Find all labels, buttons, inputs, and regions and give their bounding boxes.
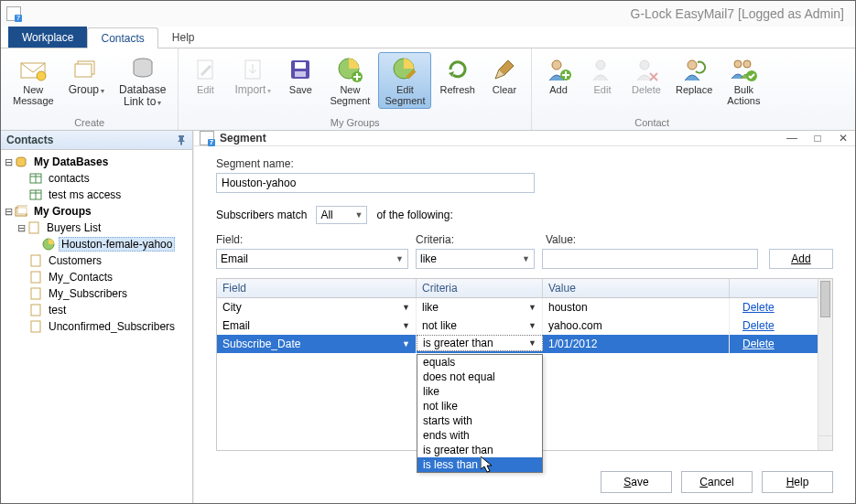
database-link-button[interactable]: Database Link to▾ [113, 52, 172, 111]
ribbon-group-create: New Message Group▾ Database Link to▾ Cre… [1, 48, 179, 130]
group-icon [71, 55, 101, 84]
criteria-option[interactable]: ends with [417, 428, 542, 443]
svg-rect-35 [31, 255, 40, 266]
svg-rect-32 [17, 206, 27, 214]
match-select[interactable]: All▼ [316, 206, 367, 224]
replace-contact-button[interactable]: Replace [669, 52, 719, 98]
segment-cancel-button[interactable]: Cancel [681, 471, 753, 493]
chevron-down-icon[interactable]: ▼ [528, 338, 536, 348]
tree-segment-selected[interactable]: Houston-female-yahoo [3, 236, 190, 252]
criteria-dropdown[interactable]: equals does not equal like not like star… [417, 354, 543, 473]
clear-button[interactable]: Clear [483, 52, 526, 98]
grid-header-criteria[interactable]: Criteria [417, 279, 543, 297]
contacts-tree[interactable]: ⊟ My DataBases contacts test ms access ⊟… [1, 150, 192, 503]
grid-header-field[interactable]: Field [217, 279, 417, 297]
refresh-button[interactable]: Refresh [433, 52, 482, 98]
chevron-down-icon: ▼ [354, 210, 363, 220]
value-input[interactable] [542, 249, 758, 269]
tree-my-databases[interactable]: ⊟ My DataBases [3, 154, 190, 170]
add-button[interactable]: Add [769, 249, 833, 269]
criteria-option[interactable]: not like [417, 399, 542, 413]
svg-point-22 [743, 60, 751, 68]
tree-db-item[interactable]: test ms access [3, 187, 190, 203]
delete-link[interactable]: Delete [730, 335, 818, 353]
svg-point-20 [688, 60, 697, 70]
grid-header-value[interactable]: Value [543, 279, 730, 297]
grid-row[interactable]: City▼ like▼ houston Delete [217, 298, 818, 316]
field-header-label: Field: [216, 233, 416, 246]
tree-group-buyers[interactable]: ⊟ Buyers List [3, 220, 190, 236]
pie-edit-icon [390, 55, 419, 84]
segment-titlebar: Segment — □ ✕ [194, 131, 855, 146]
chevron-down-icon[interactable]: ▼ [402, 303, 410, 312]
tab-workplace[interactable]: Workplace [8, 27, 87, 48]
grid-scrollbar[interactable] [818, 279, 832, 450]
delete-link[interactable]: Delete [730, 316, 818, 335]
new-message-button[interactable]: New Message [6, 52, 60, 109]
criteria-option[interactable]: like [417, 384, 542, 399]
close-icon[interactable]: ✕ [837, 132, 850, 145]
group-button[interactable]: Group▾ [62, 52, 111, 99]
scrollbar-thumb[interactable] [820, 281, 830, 317]
chevron-down-icon[interactable]: ▼ [402, 321, 410, 330]
pin-icon[interactable] [176, 134, 187, 145]
contacts-sidebar: Contacts ⊟ My DataBases contacts test ms… [1, 131, 193, 503]
collapse-icon[interactable]: ⊟ [16, 222, 27, 234]
criteria-option[interactable]: equals [417, 355, 542, 370]
criteria-option[interactable]: is greater than [417, 443, 542, 457]
criteria-option[interactable]: does not equal [417, 370, 542, 384]
minimize-icon[interactable]: — [786, 132, 798, 145]
svg-rect-37 [31, 288, 40, 299]
page-icon [28, 319, 43, 334]
svg-rect-3 [75, 64, 92, 77]
chevron-down-icon[interactable]: ▼ [402, 339, 410, 349]
criteria-option[interactable]: starts with [417, 413, 542, 428]
tree-group-item[interactable]: test [3, 302, 190, 318]
grid-row[interactable]: Email▼ not like▼ yahoo.com Delete [217, 316, 818, 335]
criteria-cell-editing[interactable]: is greater than▼ [417, 335, 543, 351]
tree-group-item[interactable]: My_Contacts [3, 269, 190, 285]
add-contact-button[interactable]: Add [537, 52, 580, 98]
chevron-down-icon[interactable]: ▼ [528, 321, 536, 330]
page-icon [28, 270, 43, 284]
segment-window: Segment — □ ✕ Segment name: Subscribers … [193, 131, 855, 503]
field-select[interactable]: Email▼ [216, 249, 408, 269]
tree-group-item[interactable]: Unconfirmed_Subscribers [3, 318, 190, 335]
criteria-option-hover[interactable]: is less than [417, 457, 542, 472]
page-icon [28, 303, 43, 317]
tab-help[interactable]: Help [158, 27, 209, 48]
grid-row-selected[interactable]: Subscribe_Date▼ is greater than▼ 1/01/20… [217, 335, 818, 353]
database-icon [128, 55, 157, 84]
svg-rect-36 [31, 272, 40, 283]
segment-icon [41, 237, 56, 252]
chevron-down-icon[interactable]: ▼ [528, 303, 536, 312]
main-tabs: Workplace Contacts Help [1, 27, 855, 48]
import-icon [238, 55, 267, 84]
bulk-actions-button[interactable]: Bulk Actions [721, 52, 766, 109]
rules-grid: Field Criteria Value City▼ like▼ houston… [216, 278, 833, 451]
tree-my-groups[interactable]: ⊟ My Groups [3, 203, 190, 220]
new-segment-button[interactable]: New Segment [323, 52, 376, 109]
edit-button: Edit [184, 52, 226, 98]
segment-name-input[interactable] [216, 173, 535, 193]
save-button[interactable]: Save [279, 52, 321, 98]
criteria-select[interactable]: like▼ [416, 249, 535, 269]
segment-save-button[interactable]: Save [601, 471, 672, 493]
tab-contacts[interactable]: Contacts [87, 27, 157, 48]
delete-link[interactable]: Delete [730, 298, 818, 316]
chevron-down-icon: ▾ [267, 87, 271, 95]
segment-help-button[interactable]: Help [762, 471, 833, 493]
maximize-icon[interactable]: □ [811, 132, 824, 145]
db-group-icon [14, 155, 28, 169]
ribbon-group-contact: Add Edit Delete Replace Bulk Actions Con… [532, 48, 772, 130]
grid-header-action [730, 279, 818, 297]
edit-segment-button[interactable]: Edit Segment [378, 52, 431, 109]
tree-group-item[interactable]: My_Subscribers [3, 285, 190, 302]
svg-point-1 [37, 71, 46, 80]
groups-icon [14, 204, 28, 219]
tree-db-item[interactable]: contacts [3, 170, 190, 187]
match-prefix-label: Subscribers match [216, 209, 307, 221]
tree-group-item[interactable]: Customers [3, 252, 190, 269]
collapse-icon[interactable]: ⊟ [3, 206, 14, 218]
collapse-icon[interactable]: ⊟ [3, 156, 14, 168]
